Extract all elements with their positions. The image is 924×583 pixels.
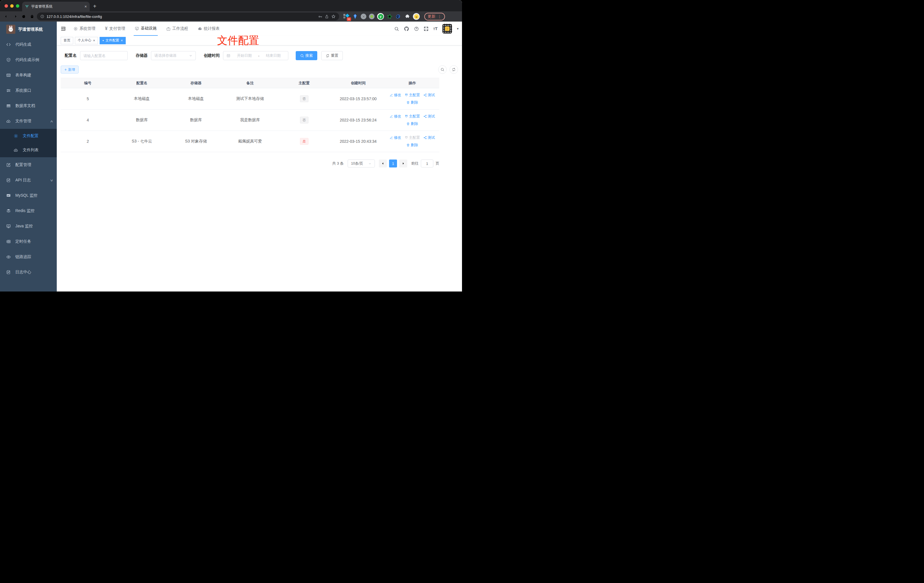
- password-key-icon[interactable]: [318, 15, 322, 19]
- sidebar-item-mysql-monitor[interactable]: MySQL 监控: [0, 188, 57, 203]
- sidebar-item-code-gen[interactable]: 代码生成: [0, 37, 57, 52]
- extension-rings-icon[interactable]: [395, 13, 401, 20]
- test-action-link[interactable]: 测试: [423, 135, 435, 140]
- reset-button[interactable]: 重置: [321, 51, 343, 60]
- toggle-search-button[interactable]: [438, 65, 447, 74]
- cell-storage: 数据库: [169, 117, 223, 122]
- refresh-table-button[interactable]: [449, 65, 458, 74]
- start-date-placeholder[interactable]: 开始日期: [233, 53, 256, 58]
- avatar[interactable]: ツ: [442, 24, 452, 33]
- sidebar-item-db-doc[interactable]: 数据库文档: [0, 98, 57, 114]
- site-info-icon[interactable]: [40, 15, 44, 18]
- table-toolbar: + 新增: [61, 65, 458, 74]
- sidebar-item-log-center[interactable]: 日志中心: [0, 264, 57, 280]
- browser-tab[interactable]: 芋道管理系统 ×: [22, 2, 90, 12]
- reload-icon[interactable]: [20, 13, 27, 20]
- share-icon[interactable]: [325, 15, 329, 19]
- github-icon[interactable]: [404, 26, 409, 31]
- font-size-icon[interactable]: TT: [433, 26, 437, 31]
- window-controls[interactable]: [5, 4, 19, 8]
- edit-action-link[interactable]: 修改: [389, 114, 401, 119]
- current-page-button[interactable]: 1: [389, 160, 397, 167]
- edit-action-link[interactable]: 修改: [389, 92, 401, 97]
- delete-action-link[interactable]: 删除: [406, 121, 418, 126]
- sidebar-item-java-monitor[interactable]: Java 监控: [0, 218, 57, 234]
- extensions-puzzle-icon[interactable]: [404, 13, 410, 20]
- extension-command-icon[interactable]: [361, 13, 366, 19]
- close-window-button[interactable]: [5, 4, 8, 8]
- tag-home[interactable]: 首页: [61, 37, 73, 44]
- topnav-item-workflow[interactable]: 工作流程: [165, 21, 189, 36]
- topnav-item-payment[interactable]: ¥ 支付管理: [104, 21, 126, 36]
- master-action-link[interactable]: 主配置: [405, 92, 420, 97]
- home-icon[interactable]: [28, 13, 36, 20]
- sidebar-item-system-api[interactable]: 系统接口: [0, 83, 57, 98]
- edit-action-link[interactable]: 修改: [389, 135, 401, 140]
- sidebar-item-form-builder[interactable]: 表单构建: [0, 68, 57, 83]
- sidebar-item-file-config[interactable]: 文件配置: [0, 129, 57, 143]
- sidebar-item-file-list[interactable]: 文件列表: [0, 143, 57, 157]
- extension-gem-icon[interactable]: [352, 13, 358, 20]
- sidebar-collapse-icon[interactable]: [61, 26, 66, 31]
- sidebar-item-config-management[interactable]: 配置管理: [0, 157, 57, 173]
- test-action-link[interactable]: 测试: [423, 114, 435, 119]
- sidebar-item-tracing[interactable]: 链路追踪: [0, 249, 57, 264]
- storage-select[interactable]: 请选择存储器: [151, 51, 196, 60]
- page-content: 配置名 存储器 请选择存储器 创建时间 开始日期 - 结束日期: [57, 45, 462, 292]
- sidebar-item-label: 系统接口: [15, 88, 31, 93]
- tag-file-config[interactable]: ● 文件配置 ×: [100, 37, 126, 44]
- url-text[interactable]: 127.0.0.1:1024/infra/file/file-config: [46, 15, 316, 19]
- red-annotation-text: 文件配置: [217, 33, 259, 48]
- address-bar[interactable]: 127.0.0.1:1024/infra/file/file-config: [37, 13, 339, 20]
- extension-gray-dot-icon[interactable]: [369, 13, 375, 19]
- test-action-link[interactable]: 测试: [423, 92, 435, 97]
- delete-action-link[interactable]: 删除: [406, 142, 418, 148]
- date-range-picker[interactable]: 开始日期 - 结束日期: [223, 51, 288, 60]
- extension-star-icon[interactable]: [386, 13, 393, 20]
- delete-action-link[interactable]: 删除: [406, 100, 418, 105]
- app-logo[interactable]: 芋道管理系统: [0, 21, 57, 37]
- config-name-input[interactable]: [83, 54, 124, 58]
- forward-icon[interactable]: [12, 13, 19, 20]
- fullscreen-icon[interactable]: [424, 26, 429, 31]
- help-icon[interactable]: [414, 26, 419, 31]
- extension-emoji-icon[interactable]: [413, 13, 420, 20]
- search-icon[interactable]: [394, 26, 399, 31]
- prev-page-button[interactable]: [379, 160, 387, 167]
- zoom-window-button[interactable]: [16, 4, 19, 8]
- avatar-caret-icon[interactable]: ▾: [457, 27, 459, 31]
- sidebar-item-api-log[interactable]: API 日志 ∨: [0, 173, 57, 188]
- page-size-select[interactable]: 10条/页: [348, 160, 375, 167]
- tab-close-icon[interactable]: ×: [84, 4, 87, 9]
- sidebar-item-code-demo[interactable]: 代码生成示例: [0, 52, 57, 68]
- goto-page-input[interactable]: [424, 162, 430, 166]
- master-action-link[interactable]: 主配置: [405, 114, 420, 119]
- chrome-update-button[interactable]: 更新 ⋮: [424, 13, 445, 20]
- column-header-id: 编号: [61, 81, 115, 86]
- back-icon[interactable]: [3, 13, 10, 20]
- close-icon[interactable]: ×: [93, 39, 95, 43]
- add-button[interactable]: + 新增: [61, 66, 79, 74]
- trash-icon: [406, 143, 410, 147]
- tag-profile[interactable]: 个人中心 ×: [75, 37, 98, 44]
- sidebar-item-file-management[interactable]: 文件管理 ∧: [0, 114, 57, 129]
- trash-icon: [406, 101, 410, 104]
- extension-y-icon[interactable]: y: [377, 13, 384, 20]
- close-icon[interactable]: ×: [121, 39, 123, 43]
- search-button[interactable]: 搜索: [296, 51, 317, 60]
- end-date-placeholder[interactable]: 结束日期: [262, 53, 285, 58]
- share-nodes-icon: [423, 136, 427, 139]
- sidebar-item-redis-monitor[interactable]: Redis 监控: [0, 203, 57, 218]
- sidebar-item-label: 配置管理: [15, 162, 31, 167]
- sidebar-item-scheduled-jobs[interactable]: 定时任务: [0, 234, 57, 249]
- navbar-right-tools: TT ツ ▾: [394, 24, 459, 33]
- next-page-button[interactable]: [399, 160, 407, 167]
- topnav-item-infrastructure[interactable]: 基础设施: [134, 21, 158, 36]
- topnav-item-system[interactable]: 系统管理: [73, 21, 96, 36]
- minimize-window-button[interactable]: [10, 4, 13, 8]
- browser-toolbar: 127.0.0.1:1024/infra/file/file-config 11: [0, 12, 462, 21]
- new-tab-button[interactable]: +: [93, 3, 96, 10]
- extension-dashlane-icon[interactable]: 11: [343, 13, 349, 20]
- bookmark-star-icon[interactable]: [331, 14, 336, 19]
- browser-menu-icon[interactable]: ⋮: [437, 14, 442, 19]
